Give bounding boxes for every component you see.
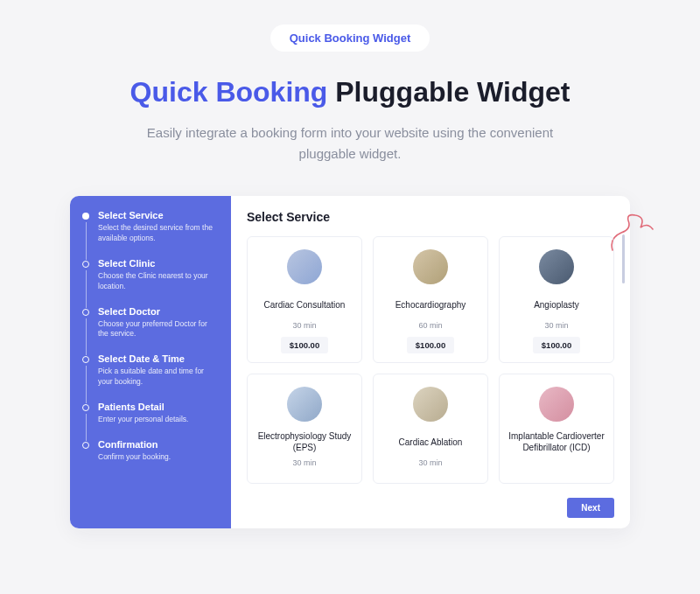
service-price: $100.00 bbox=[407, 337, 454, 353]
service-image-icon bbox=[539, 249, 574, 284]
service-duration: 30 min bbox=[418, 458, 442, 467]
service-name: Implantable Cardioverter Defibrillator (… bbox=[507, 430, 606, 453]
service-image-icon bbox=[413, 249, 448, 284]
step-title: Select Clinic bbox=[98, 258, 219, 269]
service-name: Cardiac Ablation bbox=[399, 430, 463, 453]
headline-accent: Quick Booking bbox=[130, 76, 328, 108]
booking-widget: Select Service Select the desired servic… bbox=[70, 196, 630, 528]
service-price: $100.00 bbox=[281, 337, 328, 353]
service-image-icon bbox=[539, 387, 574, 422]
service-name: Cardiac Consultation bbox=[264, 293, 346, 316]
service-duration: 30 min bbox=[292, 321, 316, 330]
services-grid: Cardiac Consultation 30 min $100.00 Echo… bbox=[247, 236, 614, 484]
service-card[interactable]: Echocardiography 60 min $100.00 bbox=[373, 236, 488, 363]
step-select-date-time[interactable]: Select Date & Time Pick a suitable date … bbox=[82, 353, 219, 388]
step-select-service[interactable]: Select Service Select the desired servic… bbox=[82, 210, 219, 244]
service-card[interactable]: Electrophysiology Study (EPS) 30 min bbox=[247, 374, 362, 484]
service-name: Angioplasty bbox=[534, 293, 579, 316]
scrollbar-thumb[interactable] bbox=[622, 234, 625, 283]
step-patients-detail[interactable]: Patients Detail Enter your personal deta… bbox=[82, 402, 219, 425]
service-image-icon bbox=[413, 387, 448, 422]
service-duration: 60 min bbox=[418, 321, 442, 330]
header-badge: Quick Booking Widget bbox=[270, 24, 430, 52]
step-title: Select Doctor bbox=[98, 306, 219, 317]
step-desc: Select the desired service from the avai… bbox=[98, 223, 219, 244]
step-desc: Confirm your booking. bbox=[98, 452, 219, 463]
step-desc: Choose the Clinic nearest to your locati… bbox=[98, 271, 219, 292]
wizard-sidebar: Select Service Select the desired servic… bbox=[70, 196, 231, 528]
service-card[interactable]: Cardiac Ablation 30 min bbox=[373, 374, 488, 484]
step-title: Select Date & Time bbox=[98, 353, 219, 364]
step-select-clinic[interactable]: Select Clinic Choose the Clinic nearest … bbox=[82, 258, 219, 292]
service-name: Echocardiography bbox=[396, 293, 466, 316]
step-title: Confirmation bbox=[98, 439, 219, 450]
step-title: Patients Detail bbox=[98, 402, 219, 412]
service-card[interactable]: Cardiac Consultation 30 min $100.00 bbox=[247, 236, 362, 363]
next-button[interactable]: Next bbox=[567, 498, 614, 518]
step-title: Select Service bbox=[98, 210, 219, 220]
service-duration: 30 min bbox=[292, 458, 316, 467]
service-card[interactable]: Angioplasty 30 min $100.00 bbox=[499, 236, 614, 363]
service-image-icon bbox=[287, 387, 322, 422]
service-image-icon bbox=[287, 249, 322, 284]
step-desc: Choose your preferred Doctor for the ser… bbox=[98, 319, 219, 340]
page-subhead: Easily integrate a booking form into you… bbox=[140, 122, 560, 164]
service-name: Electrophysiology Study (EPS) bbox=[255, 430, 354, 453]
service-card[interactable]: Implantable Cardioverter Defibrillator (… bbox=[499, 374, 614, 484]
step-desc: Enter your personal details. bbox=[98, 415, 219, 425]
main-panel: Select Service Cardiac Consultation 30 m… bbox=[231, 196, 630, 528]
page-headline: Quick Booking Pluggable Widget bbox=[0, 76, 700, 108]
step-desc: Pick a suitable date and time for your b… bbox=[98, 367, 219, 388]
main-title: Select Service bbox=[247, 210, 614, 224]
service-duration: 30 min bbox=[544, 321, 568, 330]
headline-rest: Pluggable Widget bbox=[327, 76, 570, 108]
service-price: $100.00 bbox=[533, 337, 580, 353]
step-select-doctor[interactable]: Select Doctor Choose your preferred Doct… bbox=[82, 306, 219, 340]
step-confirmation[interactable]: Confirmation Confirm your booking. bbox=[82, 439, 219, 463]
